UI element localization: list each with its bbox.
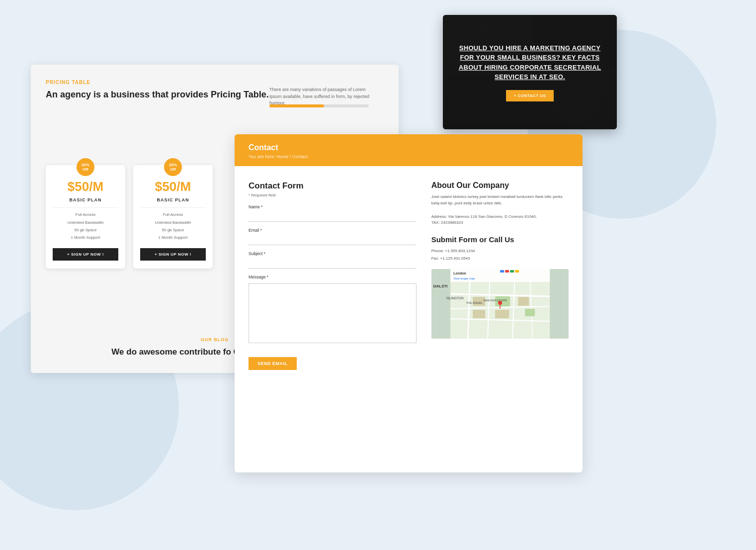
svg-text:View larger map: View larger map [453, 277, 475, 280]
map-container: London View larger map DALSTI ISLINGTON … [431, 269, 569, 339]
pricing-label: PRICING TABLE [46, 80, 384, 85]
contact-card: Contact You are here: Home / Contact Con… [235, 134, 583, 472]
contact-phone: Phone: +1.555.803.1234 Fax: +1.125.431.0… [431, 248, 569, 262]
signup-btn-1[interactable]: + SIGN UP NOW ! [53, 248, 118, 261]
name-input[interactable] [249, 212, 417, 222]
signup-btn-2[interactable]: + SIGN UP NOW ! [140, 248, 206, 261]
required-note: * Required field [249, 193, 417, 197]
message-textarea[interactable] [249, 283, 417, 343]
contact-page-title: Contact [249, 143, 569, 152]
contact-header: Contact You are here: Home / Contact [235, 134, 583, 166]
svg-rect-12 [473, 310, 485, 318]
plan-divider-1 [53, 207, 118, 208]
svg-rect-22 [515, 270, 519, 273]
subject-field-group: Subject * [249, 251, 417, 269]
send-email-button[interactable]: SEND EMAIL [249, 357, 297, 370]
svg-text:London: London [453, 272, 466, 275]
svg-rect-9 [525, 309, 535, 316]
contact-info-section: About Our Company Jowl salami ldobrics t… [431, 181, 569, 370]
svg-rect-13 [495, 310, 509, 318]
badge-2: 20% Off [164, 158, 182, 176]
angel-label: THE ANGEL [466, 301, 483, 304]
plan-name-2: BASIC PLAN [140, 197, 206, 202]
svg-rect-19 [500, 270, 504, 273]
contact-form-section: Contact Form * Required field Name * Ema… [249, 181, 417, 370]
svg-rect-21 [510, 270, 514, 273]
form-heading: Contact Form [249, 181, 417, 191]
name-field-group: Name * [249, 204, 417, 222]
about-heading: About Our Company [431, 181, 569, 190]
plan-features-1: Full Access Unlimited Bandwidth 50 gb Sp… [53, 211, 118, 241]
pricing-card-2: 20% Off $50/M BASIC PLAN Full Access Unl… [133, 165, 213, 269]
email-input[interactable] [249, 236, 417, 245]
dark-card-content: SHOULD YOU HIRE A MARKETING AGENCY FOR Y… [458, 43, 602, 101]
contact-us-button[interactable]: + CONTACT US [506, 90, 554, 101]
email-field-group: Email * [249, 228, 417, 245]
subject-input[interactable] [249, 259, 417, 269]
subject-label: Subject * [249, 251, 417, 256]
islington-label: ISLINGTON [446, 296, 464, 300]
price-2: $50/M [140, 179, 206, 194]
plan-name-1: BASIC PLAN [53, 197, 118, 202]
name-label: Name * [249, 204, 417, 209]
message-label: Message * [249, 275, 417, 279]
map-svg: London View larger map [431, 269, 569, 339]
svg-rect-11 [518, 297, 529, 306]
price-1: $50/M [53, 179, 118, 194]
dark-card-title: SHOULD YOU HIRE A MARKETING AGENCY FOR Y… [458, 43, 602, 82]
plan-divider-2 [140, 207, 206, 208]
message-field-group: Message * [249, 275, 417, 345]
submit-heading: Submit Form or Call Us [431, 235, 569, 244]
pricing-description: There are many variations of passages of… [269, 87, 374, 107]
badge-1: 20% Off [77, 158, 94, 176]
about-description: Jowl salami ldobrics turkey jowl brisket… [431, 194, 569, 207]
progress-bar-container [269, 104, 369, 107]
progress-bar-fill [269, 104, 324, 107]
plan-features-2: Full Access Unlimited Bandwidth 50 gb Sp… [140, 211, 206, 241]
svg-rect-20 [505, 270, 509, 273]
address-text: Address: Via Varenzo 118 San Giacomo, D … [431, 214, 569, 227]
contact-breadcrumb: You are here: Home / Contact [249, 154, 569, 159]
dark-card: SHOULD YOU HIRE A MARKETING AGENCY FOR Y… [443, 15, 617, 129]
dalston-label: DALSTI [433, 284, 448, 288]
pricing-card-1: 20% Off $50/M BASIC PLAN Full Access Unl… [46, 165, 125, 269]
new-era-label: NEW ERA ESTATE [484, 299, 507, 302]
contact-body: Contact Form * Required field Name * Ema… [235, 166, 583, 385]
email-label: Email * [249, 228, 417, 233]
